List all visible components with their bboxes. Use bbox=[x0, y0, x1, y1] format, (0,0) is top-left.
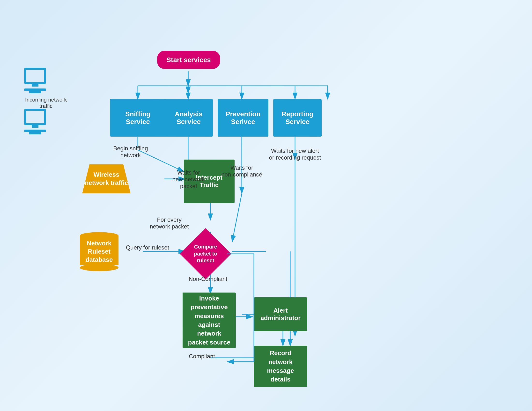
reporting-service-box: Reporting Service bbox=[273, 99, 322, 137]
monitor-icon bbox=[24, 68, 46, 84]
monitor-icon-2 bbox=[24, 109, 46, 125]
sniffing-service-box: Sniffing Service bbox=[110, 99, 166, 137]
waits-new-packet-label: Waits fornew network packet bbox=[164, 169, 213, 189]
prevention-service-box: Prevention Serivce bbox=[218, 99, 268, 137]
monitor-stand bbox=[24, 88, 46, 91]
for-every-packet-label: For everynetwork packet bbox=[145, 216, 193, 230]
non-compliant-label: Non-Compliant bbox=[184, 276, 232, 282]
compare-ruleset-diamond: Comparepacket toruleset bbox=[184, 232, 227, 276]
start-services-button[interactable]: Start services bbox=[157, 51, 220, 69]
incoming-label: Incoming network traffic bbox=[19, 97, 73, 109]
query-ruleset-label: Query for ruleset bbox=[123, 244, 172, 251]
wireless-network-shape: Wirelessnetwork traffic bbox=[82, 164, 131, 193]
compliant-label: Compliant bbox=[184, 353, 220, 360]
begin-sniffing-label: Begin sniffing network bbox=[106, 145, 155, 159]
monitor-stand-2 bbox=[24, 130, 46, 132]
network-ruleset-cylinder: NetworkRulesetdatabase bbox=[80, 232, 118, 271]
waits-alert-label: Waits for new alertor recording request bbox=[266, 148, 324, 161]
computer-2 bbox=[24, 109, 46, 134]
analysis-service-box: Analysis Service bbox=[164, 99, 213, 137]
computer-1 bbox=[24, 68, 46, 93]
waits-non-compliance-label: Waits fornon-compliance bbox=[218, 164, 266, 178]
monitor-base-2 bbox=[29, 132, 41, 134]
monitor-base bbox=[29, 91, 41, 93]
